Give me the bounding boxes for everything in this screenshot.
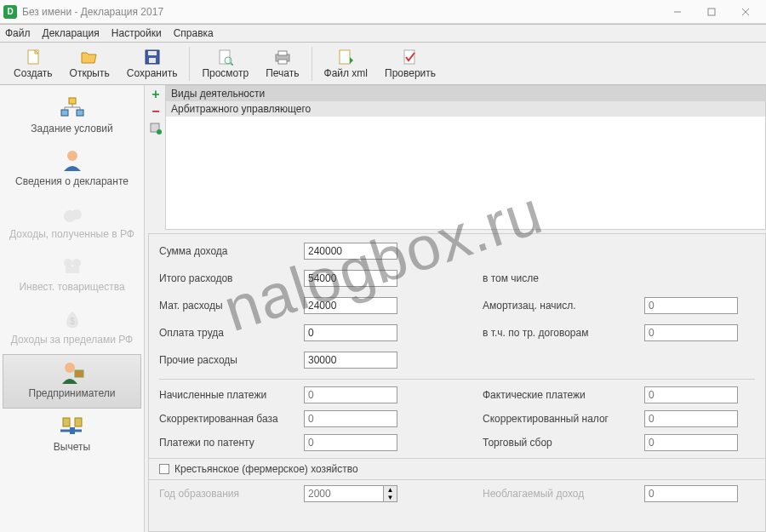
patent-input[interactable]	[304, 434, 397, 451]
check-icon	[402, 49, 419, 66]
adjusted-tax-input[interactable]	[644, 410, 738, 427]
save-icon	[144, 49, 161, 66]
folder-open-icon	[81, 49, 98, 66]
chevron-down-icon[interactable]: ▼	[384, 494, 397, 501]
toolbar-file-xml[interactable]: Файл xml	[316, 47, 377, 81]
svg-text:$: $	[70, 317, 75, 326]
year-input[interactable]	[304, 485, 384, 502]
labor-input[interactable]	[304, 324, 397, 341]
handshake-icon	[60, 254, 85, 277]
toolbar-save[interactable]: Сохранить	[118, 47, 186, 81]
toolbar-create-label: Создать	[14, 67, 53, 79]
svg-rect-9	[149, 58, 156, 63]
minimize-button[interactable]	[660, 0, 695, 24]
adjusted-base-label: Скорректированная база	[159, 413, 295, 425]
divider	[159, 379, 755, 380]
list-controls: + −	[146, 86, 166, 135]
remove-row-button[interactable]: −	[149, 105, 163, 118]
person-icon	[60, 148, 85, 172]
form-panel: Сумма дохода Итого расходов в том числе …	[148, 233, 766, 532]
svg-point-33	[65, 363, 75, 373]
preview-icon	[217, 49, 234, 66]
new-file-icon	[25, 49, 42, 66]
nontax-label: Необлагаемый доход	[483, 488, 636, 500]
close-button[interactable]	[729, 0, 763, 24]
minimize-icon	[673, 8, 682, 16]
sidebar-item-conditions[interactable]: Задание условий	[0, 90, 144, 143]
svg-rect-38	[70, 427, 75, 434]
contracts-label: в т.ч. по тр. договорам	[483, 327, 636, 339]
including-label: в том числе	[483, 272, 636, 284]
contracts-input[interactable]	[644, 324, 738, 341]
sum-income-input[interactable]	[304, 243, 397, 260]
svg-rect-35	[63, 418, 70, 426]
actual-input[interactable]	[644, 386, 738, 403]
sidebar-item-invest[interactable]: Инвест. товарищества	[0, 249, 144, 301]
toolbar-check[interactable]: Проверить	[376, 47, 444, 81]
farm-checkbox-label: Крестьянское (фермерское) хозяйство	[174, 463, 358, 475]
sum-income-label: Сумма дохода	[159, 245, 295, 257]
svg-rect-18	[404, 50, 414, 64]
sidebar-item-entrepreneurs[interactable]: Предприниматели	[3, 354, 141, 409]
svg-rect-1	[708, 9, 715, 15]
farm-checkbox[interactable]	[159, 464, 169, 474]
adjusted-tax-label: Скорректированный налог	[483, 413, 636, 425]
actual-label: Фактические платежи	[483, 389, 636, 401]
menu-settings[interactable]: Настройки	[111, 27, 162, 39]
main-panel: + − Виды деятельности Арбитражного управ…	[145, 85, 766, 532]
amort-input[interactable]	[644, 297, 738, 314]
mat-expenses-input[interactable]	[304, 297, 397, 314]
minus-icon: −	[151, 105, 159, 118]
svg-point-30	[72, 259, 81, 267]
trade-fee-input[interactable]	[644, 434, 738, 451]
svg-marker-6	[82, 53, 96, 63]
dollar-bag-icon: $	[60, 306, 85, 330]
svg-rect-20	[61, 110, 68, 116]
sidebar: Задание условий Сведения о декларанте До…	[0, 85, 145, 532]
toolbar-preview[interactable]: Просмотр	[193, 47, 257, 81]
total-expenses-input[interactable]	[304, 270, 397, 287]
entrepreneur-icon	[60, 360, 85, 384]
toolbar-save-label: Сохранить	[127, 67, 178, 79]
nontax-input[interactable]	[644, 485, 738, 502]
accrued-input[interactable]	[304, 386, 397, 403]
edit-row-button[interactable]	[149, 122, 163, 135]
svg-rect-19	[69, 98, 76, 104]
sidebar-item-label: Сведения о декларанте	[15, 175, 129, 187]
edit-icon	[150, 123, 162, 134]
menu-declaration[interactable]: Декларация	[43, 27, 100, 39]
titlebar: D Без имени - Декларация 2017	[0, 0, 766, 24]
year-spinner[interactable]: ▲ ▼	[304, 485, 397, 502]
sidebar-item-income-foreign[interactable]: $ Доходы за пределами РФ	[0, 301, 144, 354]
toolbar-separator	[189, 47, 190, 81]
window-title: Без имени - Декларация 2017	[22, 6, 163, 18]
menu-file[interactable]: Файл	[5, 27, 31, 39]
toolbar-open[interactable]: Открыть	[61, 47, 118, 81]
svg-rect-36	[75, 418, 82, 426]
toolbar-file-xml-label: Файл xml	[324, 67, 369, 79]
chevron-up-icon[interactable]: ▲	[384, 486, 397, 494]
toolbar-check-label: Проверить	[385, 67, 436, 79]
sidebar-item-declarant[interactable]: Сведения о декларанте	[0, 143, 144, 196]
sidebar-item-deductions[interactable]: Вычеты	[0, 409, 144, 461]
other-expenses-label: Прочие расходы	[159, 354, 295, 366]
svg-point-26	[67, 151, 77, 161]
toolbar-print[interactable]: Печать	[257, 47, 307, 81]
deductions-icon	[60, 414, 85, 438]
maximize-button[interactable]	[695, 0, 729, 24]
accrued-label: Начисленные платежи	[159, 389, 295, 401]
toolbar-preview-label: Просмотр	[202, 67, 249, 79]
sidebar-item-income-rf[interactable]: Доходы, полученные в РФ	[0, 196, 144, 249]
hierarchy-icon	[60, 95, 85, 119]
activity-list-row[interactable]: Арбитражного управляющего	[166, 101, 765, 117]
toolbar-create[interactable]: Создать	[5, 47, 61, 81]
svg-rect-14	[278, 51, 287, 55]
other-expenses-input[interactable]	[304, 352, 397, 369]
svg-line-12	[231, 63, 233, 66]
adjusted-base-input[interactable]	[304, 410, 397, 427]
toolbar: Создать Открыть Сохранить Просмотр Печат…	[0, 43, 766, 85]
sidebar-item-label: Предприниматели	[29, 387, 116, 399]
svg-rect-8	[148, 51, 157, 55]
menu-help[interactable]: Справка	[174, 27, 214, 39]
add-row-button[interactable]: +	[149, 88, 163, 101]
